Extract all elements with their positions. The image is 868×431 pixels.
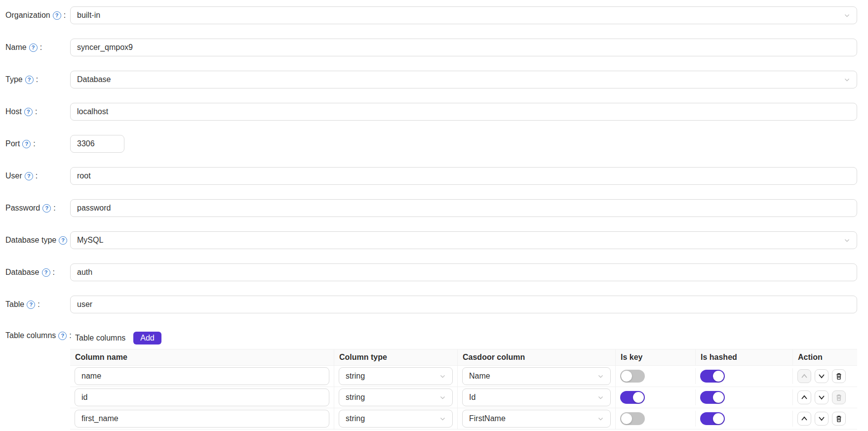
table-header-row: Column name Column type Casdoor column I… bbox=[70, 349, 857, 366]
form-row-port: Port ? : bbox=[0, 135, 868, 153]
help-icon[interactable]: ? bbox=[58, 332, 67, 340]
column-name-input[interactable] bbox=[75, 410, 329, 428]
form-row-host: Host ? : bbox=[0, 103, 868, 121]
header-column-type: Column type bbox=[334, 349, 458, 365]
form-row-organization: Organization ? : built-in bbox=[0, 6, 868, 24]
delete-row-button[interactable] bbox=[832, 412, 846, 426]
field-label-table: Table ? : bbox=[0, 300, 70, 309]
casdoor-column-select[interactable]: Name bbox=[462, 367, 611, 385]
is-hashed-toggle[interactable] bbox=[700, 412, 725, 425]
field-label-database: Database ? : bbox=[0, 268, 70, 277]
form-row-table: Table ? : bbox=[0, 296, 868, 313]
column-type-select[interactable]: string bbox=[339, 388, 453, 406]
column-type-value: string bbox=[346, 393, 365, 402]
help-icon[interactable]: ? bbox=[59, 236, 67, 245]
user-input[interactable] bbox=[70, 167, 857, 185]
header-casdoor-column: Casdoor column bbox=[458, 349, 616, 365]
field-label-text: Name bbox=[5, 43, 27, 52]
syncer-edit-form: Organization ? : built-in Name ? : Type bbox=[0, 0, 868, 430]
form-row-name: Name ? : bbox=[0, 39, 868, 56]
help-icon[interactable]: ? bbox=[42, 268, 50, 277]
host-input[interactable] bbox=[70, 103, 857, 121]
column-name-input[interactable] bbox=[75, 367, 329, 385]
toggle-knob bbox=[713, 371, 724, 382]
type-select[interactable]: Database bbox=[70, 71, 857, 88]
help-icon[interactable]: ? bbox=[22, 140, 31, 148]
organization-select[interactable]: built-in bbox=[70, 6, 857, 24]
help-icon[interactable]: ? bbox=[27, 301, 35, 309]
column-name-input[interactable] bbox=[75, 388, 329, 406]
label-colon: : bbox=[53, 204, 55, 213]
type-select-value: Database bbox=[77, 75, 111, 84]
chevron-down-icon bbox=[439, 394, 446, 401]
chevron-up-icon bbox=[800, 415, 808, 423]
field-label-text: Type bbox=[5, 75, 23, 84]
trash-icon bbox=[835, 415, 843, 423]
column-type-value: string bbox=[346, 372, 365, 381]
toggle-knob bbox=[713, 392, 724, 403]
label-colon: : bbox=[36, 75, 38, 84]
add-column-button[interactable]: Add bbox=[133, 332, 161, 345]
chevron-down-icon bbox=[844, 12, 850, 19]
database-input[interactable] bbox=[70, 263, 857, 281]
chevron-down-icon bbox=[844, 237, 850, 244]
field-label-text: User bbox=[5, 172, 22, 180]
casdoor-column-select[interactable]: Id bbox=[462, 388, 611, 406]
help-icon[interactable]: ? bbox=[24, 108, 33, 116]
help-icon[interactable]: ? bbox=[53, 11, 61, 20]
label-colon: : bbox=[38, 300, 39, 309]
port-input[interactable] bbox=[70, 135, 124, 153]
toggle-knob bbox=[633, 392, 644, 403]
field-label-password: Password ? : bbox=[0, 204, 70, 213]
help-icon[interactable]: ? bbox=[42, 204, 51, 213]
toggle-knob bbox=[713, 413, 724, 424]
move-up-button[interactable] bbox=[797, 412, 811, 426]
table-row: string FirstName bbox=[70, 408, 857, 430]
field-label-type: Type ? : bbox=[0, 75, 70, 84]
chevron-up-icon bbox=[800, 393, 808, 401]
field-label-port: Port ? : bbox=[0, 139, 70, 148]
label-colon: : bbox=[36, 172, 38, 180]
field-label-host: Host ? : bbox=[0, 107, 70, 116]
field-label-text: Organization bbox=[5, 11, 50, 20]
help-icon[interactable]: ? bbox=[25, 76, 34, 84]
delete-row-button[interactable] bbox=[832, 369, 846, 383]
chevron-down-icon bbox=[597, 394, 604, 401]
move-up-button[interactable] bbox=[797, 390, 811, 404]
is-key-toggle[interactable] bbox=[620, 412, 645, 425]
form-row-database: Database ? : bbox=[0, 263, 868, 281]
is-key-toggle[interactable] bbox=[620, 370, 645, 383]
toggle-knob bbox=[621, 413, 632, 424]
field-label-database-type: Database type ? : bbox=[0, 236, 70, 245]
is-hashed-toggle[interactable] bbox=[700, 391, 725, 404]
casdoor-column-value: Name bbox=[469, 372, 490, 381]
table-input[interactable] bbox=[70, 296, 857, 313]
chevron-down-icon bbox=[439, 416, 446, 422]
move-down-button[interactable] bbox=[815, 369, 829, 383]
field-label-name: Name ? : bbox=[0, 43, 70, 52]
is-hashed-toggle[interactable] bbox=[700, 370, 725, 383]
label-colon: : bbox=[64, 11, 66, 20]
move-up-button bbox=[797, 369, 811, 383]
help-icon[interactable]: ? bbox=[29, 43, 38, 52]
table-row: string Id bbox=[70, 387, 857, 408]
move-down-button[interactable] bbox=[815, 412, 829, 426]
is-key-toggle[interactable] bbox=[620, 391, 645, 404]
password-input[interactable] bbox=[70, 199, 857, 217]
database-type-select[interactable]: MySQL bbox=[70, 231, 857, 249]
casdoor-column-select[interactable]: FirstName bbox=[462, 410, 611, 428]
chevron-down-icon bbox=[844, 77, 850, 83]
form-row-type: Type ? : Database bbox=[0, 71, 868, 88]
column-type-select[interactable]: string bbox=[339, 367, 453, 385]
chevron-down-icon bbox=[439, 373, 446, 380]
casdoor-column-value: FirstName bbox=[469, 414, 506, 423]
table-columns-table: Table columns Add Column name Column typ… bbox=[70, 328, 857, 430]
help-icon[interactable]: ? bbox=[25, 172, 33, 180]
field-label-text: Database bbox=[5, 268, 39, 277]
trash-icon bbox=[835, 372, 843, 380]
move-down-button[interactable] bbox=[815, 390, 829, 404]
header-column-name: Column name bbox=[70, 349, 334, 365]
column-type-select[interactable]: string bbox=[339, 410, 453, 428]
name-input[interactable] bbox=[70, 39, 857, 56]
chevron-down-icon bbox=[597, 416, 604, 422]
